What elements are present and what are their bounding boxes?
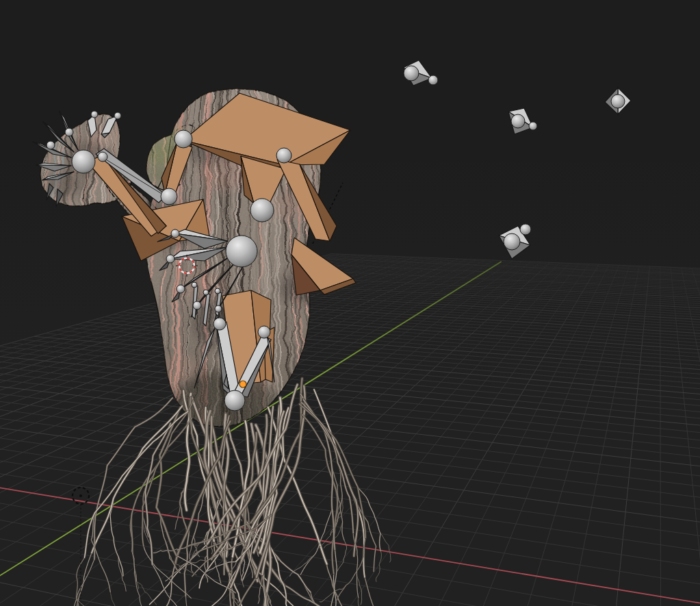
blender-3d-viewport[interactable] (0, 0, 700, 606)
object-origin-dot (239, 381, 246, 388)
